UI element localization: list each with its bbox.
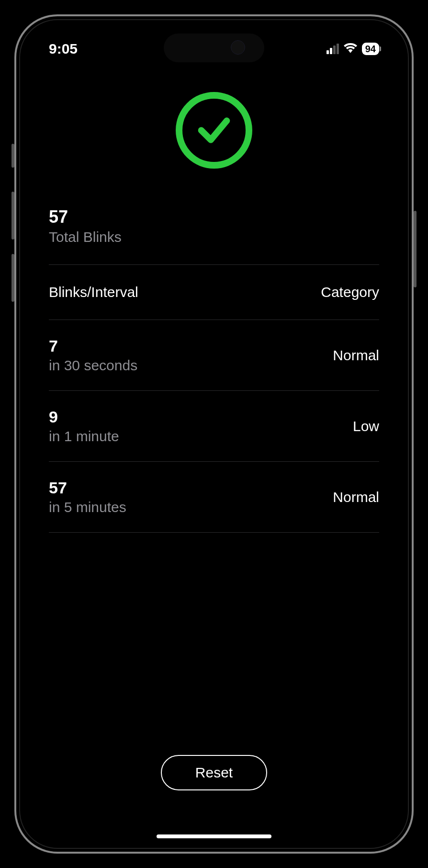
status-bar: 9:05 94 <box>20 34 408 63</box>
row-value: 7 <box>49 337 137 355</box>
row-value: 57 <box>49 479 126 497</box>
reset-container: Reset <box>20 755 408 790</box>
total-blinks-section: 57 Total Blinks <box>49 207 379 264</box>
home-indicator[interactable] <box>157 834 271 838</box>
status-indicators: 94 <box>327 43 379 55</box>
table-row: 7 in 30 seconds Normal <box>49 320 379 390</box>
battery-percent: 94 <box>365 44 376 55</box>
battery-indicator: 94 <box>362 43 379 55</box>
total-blinks-value: 57 <box>49 207 379 227</box>
row-category: Low <box>353 418 379 434</box>
phone-screen: 9:05 94 <box>19 19 409 849</box>
reset-button[interactable]: Reset <box>161 755 267 790</box>
row-interval: in 30 seconds <box>49 357 137 374</box>
row-category: Normal <box>333 347 379 364</box>
phone-frame: 9:05 94 <box>14 14 414 854</box>
divider <box>49 532 379 533</box>
row-category: Normal <box>333 489 379 505</box>
header-blinks-interval: Blinks/Interval <box>49 284 138 300</box>
table-header: Blinks/Interval Category <box>49 265 379 320</box>
row-value: 9 <box>49 408 119 426</box>
wifi-icon <box>344 43 357 55</box>
row-interval: in 5 minutes <box>49 499 126 515</box>
success-indicator <box>49 87 379 207</box>
content-area: 57 Total Blinks Blinks/Interval Category… <box>20 87 408 848</box>
table-row: 57 in 5 minutes Normal <box>49 462 379 532</box>
status-time: 9:05 <box>49 41 78 57</box>
header-category: Category <box>321 284 379 300</box>
total-blinks-label: Total Blinks <box>49 229 379 245</box>
checkmark-circle-icon <box>176 92 252 169</box>
power-button <box>414 211 417 287</box>
row-interval: in 1 minute <box>49 428 119 445</box>
cellular-signal-icon <box>327 44 339 54</box>
table-row: 9 in 1 minute Low <box>49 391 379 461</box>
